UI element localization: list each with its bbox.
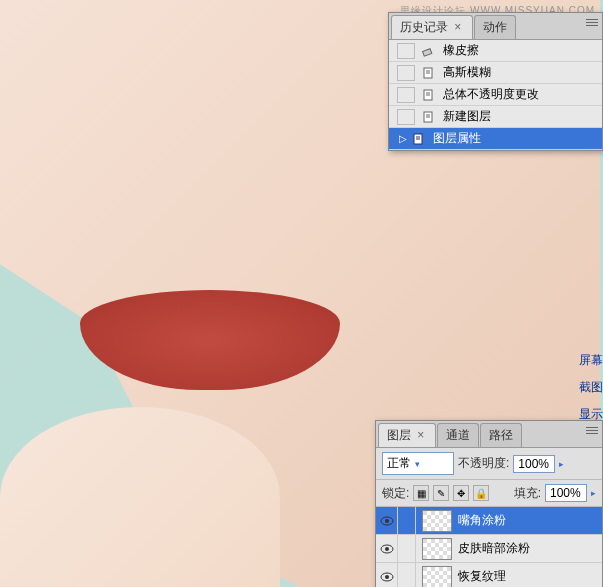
history-panel: 历史记录 × 动作 橡皮擦 高斯模糊 总体不透明度更改 新建图层 ▷ 图层属性 <box>388 12 603 151</box>
panel-menu-icon[interactable] <box>584 423 600 437</box>
eraser-icon <box>419 42 437 60</box>
svg-point-14 <box>385 519 389 523</box>
opacity-field[interactable]: 100% <box>513 455 555 473</box>
current-marker-icon: ▷ <box>397 133 409 144</box>
tab-actions[interactable]: 动作 <box>474 15 516 39</box>
tab-channels[interactable]: 通道 <box>437 423 479 447</box>
close-icon[interactable]: × <box>451 20 464 34</box>
history-list: 橡皮擦 高斯模糊 总体不透明度更改 新建图层 ▷ 图层属性 <box>389 40 602 150</box>
page-icon <box>419 64 437 82</box>
photo-shoulder <box>0 407 280 587</box>
layer-row-selected[interactable]: 嘴角涂粉 <box>376 507 602 535</box>
svg-point-16 <box>385 547 389 551</box>
history-item-selected[interactable]: ▷ 图层属性 <box>389 128 602 150</box>
layer-list: 嘴角涂粉 皮肤暗部涂粉 恢复纹理 <box>376 507 602 587</box>
layer-thumbnail[interactable] <box>422 510 452 532</box>
opacity-label: 不透明度: <box>458 455 509 472</box>
page-icon <box>409 130 427 148</box>
layers-panel: 图层 × 通道 路径 正常▾ 不透明度: 100% ▸ 锁定: ▦ ✎ ✥ 🔒 … <box>375 420 603 587</box>
layers-tabs: 图层 × 通道 路径 <box>376 421 602 448</box>
lock-move-icon[interactable]: ✥ <box>453 485 469 501</box>
chevron-right-icon[interactable]: ▸ <box>559 459 564 469</box>
blend-mode-dropdown[interactable]: 正常▾ <box>382 452 454 475</box>
panel-menu-icon[interactable] <box>584 15 600 29</box>
history-tabs: 历史记录 × 动作 <box>389 13 602 40</box>
blend-controls: 正常▾ 不透明度: 100% ▸ <box>376 448 602 480</box>
lock-label: 锁定: <box>382 485 409 502</box>
lock-transparency-icon[interactable]: ▦ <box>413 485 429 501</box>
history-item[interactable]: 橡皮擦 <box>389 40 602 62</box>
layer-thumbnail[interactable] <box>422 566 452 588</box>
layer-thumbnail[interactable] <box>422 538 452 560</box>
page-icon <box>419 86 437 104</box>
svg-point-18 <box>385 575 389 579</box>
history-item[interactable]: 新建图层 <box>389 106 602 128</box>
layer-name: 恢复纹理 <box>458 568 506 585</box>
svg-rect-0 <box>423 48 432 55</box>
chevron-down-icon: ▾ <box>415 459 420 469</box>
tab-history[interactable]: 历史记录 × <box>391 15 473 39</box>
tab-layers[interactable]: 图层 × <box>378 423 436 447</box>
lock-controls: 锁定: ▦ ✎ ✥ 🔒 填充: 100% ▸ <box>376 480 602 507</box>
side-label[interactable]: 屏幕 <box>579 352 603 369</box>
fill-field[interactable]: 100% <box>545 484 587 502</box>
visibility-toggle[interactable] <box>376 507 398 535</box>
chevron-right-icon[interactable]: ▸ <box>591 488 596 498</box>
visibility-toggle[interactable] <box>376 535 398 563</box>
layer-row[interactable]: 皮肤暗部涂粉 <box>376 535 602 563</box>
side-label[interactable]: 截图 <box>579 379 603 396</box>
lock-all-icon[interactable]: 🔒 <box>473 485 489 501</box>
history-item[interactable]: 高斯模糊 <box>389 62 602 84</box>
layer-name: 皮肤暗部涂粉 <box>458 540 530 557</box>
link-cell[interactable] <box>398 535 416 563</box>
link-cell[interactable] <box>398 507 416 535</box>
fill-label: 填充: <box>514 485 541 502</box>
lock-brush-icon[interactable]: ✎ <box>433 485 449 501</box>
page-icon <box>419 108 437 126</box>
link-cell[interactable] <box>398 563 416 588</box>
history-item[interactable]: 总体不透明度更改 <box>389 84 602 106</box>
tab-paths[interactable]: 路径 <box>480 423 522 447</box>
layer-row[interactable]: 恢复纹理 <box>376 563 602 587</box>
side-labels: 屏幕 截图 显示 <box>579 352 603 423</box>
layer-name: 嘴角涂粉 <box>458 512 506 529</box>
close-icon[interactable]: × <box>414 428 427 442</box>
visibility-toggle[interactable] <box>376 563 398 588</box>
